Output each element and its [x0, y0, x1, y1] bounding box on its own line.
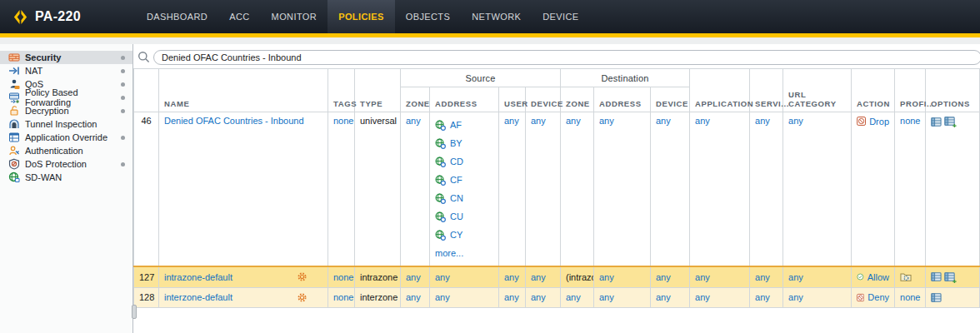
rule-log-icon[interactable] [931, 271, 942, 282]
rule-name-cell[interactable]: Denied OFAC Countries - Inbound [159, 112, 328, 267]
region-entry[interactable]: CN [435, 189, 493, 207]
col-options-header[interactable]: OPTIONS [926, 69, 980, 112]
rule-name-link[interactable]: intrazone-default [164, 272, 232, 282]
col-dst-device-header[interactable]: DEVICE [651, 87, 690, 112]
sidebar-item-sd-wan[interactable]: SD-WAN [0, 171, 132, 184]
nav-dashboard[interactable]: DASHBOARD [136, 0, 218, 33]
sidebar-item-nat[interactable]: NAT [0, 64, 132, 77]
gear-icon[interactable] [297, 271, 308, 282]
src-device-cell[interactable]: any [526, 112, 561, 267]
col-dst-address-header[interactable]: ADDRESS [594, 87, 651, 112]
nav-acc[interactable]: ACC [218, 0, 260, 33]
src-zone-cell[interactable]: any [401, 287, 430, 307]
nav-objects[interactable]: OBJECTS [395, 0, 462, 33]
src-address-cell[interactable]: any [430, 287, 499, 307]
rule-name-cell[interactable]: intrazone-default [159, 266, 328, 287]
tags-cell[interactable]: none [328, 287, 355, 307]
sidebar-item-tunnel-inspection[interactable]: Tunnel Inspection [0, 117, 132, 131]
tags-cell[interactable]: none [328, 266, 355, 287]
region-entry[interactable]: CY [435, 226, 493, 244]
region-entry[interactable]: AF [435, 116, 493, 134]
application-cell[interactable]: any [690, 287, 750, 307]
more-link[interactable]: more... [435, 248, 463, 258]
rule-name-cell[interactable]: interzone-default [159, 287, 328, 307]
dst-zone-cell[interactable]: any [561, 287, 594, 307]
sidebar-item-authentication[interactable]: Authentication [0, 144, 132, 157]
dst-device-cell[interactable]: any [651, 266, 690, 287]
url-category-cell[interactable]: any [783, 112, 852, 267]
rule-log-add-icon[interactable] [944, 116, 957, 127]
col-service-header[interactable]: SERVI... [750, 69, 783, 112]
type-cell[interactable]: interzone [355, 287, 401, 307]
application-cell[interactable]: any [690, 266, 750, 287]
col-profile-header[interactable]: PROFI... [895, 69, 926, 112]
rule-log-add-icon[interactable] [944, 271, 957, 283]
gear-icon[interactable] [297, 292, 308, 303]
dst-device-cell[interactable]: any [651, 287, 690, 307]
sidebar-item-security[interactable]: Security [0, 51, 132, 64]
service-cell[interactable]: any [750, 112, 783, 267]
col-action-header[interactable]: ACTION [852, 69, 895, 112]
sidebar-item-policy-based-forwarding[interactable]: Policy Based Forwarding [0, 91, 132, 104]
profile-cell[interactable]: none [895, 287, 926, 307]
src-address-cell[interactable]: AF BY CD CF [430, 112, 499, 267]
type-cell[interactable]: intrazone [355, 266, 401, 287]
url-category-cell[interactable]: any [783, 287, 852, 307]
action-cell[interactable]: Deny [852, 287, 895, 307]
src-device-cell[interactable]: any [526, 287, 561, 307]
search-input[interactable] [153, 50, 980, 65]
type-cell[interactable]: universal [355, 112, 401, 267]
sidebar-item-dos-protection[interactable]: DoS Protection [0, 157, 132, 171]
col-type-header[interactable]: TYPE [355, 69, 401, 112]
col-src-device-header[interactable]: DEVICE [526, 87, 561, 112]
src-zone-cell[interactable]: any [401, 266, 430, 287]
application-cell[interactable]: any [690, 112, 750, 267]
nav-monitor[interactable]: MONITOR [261, 0, 328, 33]
region-entry[interactable]: CF [435, 171, 493, 189]
src-device-cell[interactable]: any [526, 266, 561, 287]
service-cell[interactable]: any [750, 266, 783, 287]
sidebar-item-application-override[interactable]: Application Override [0, 131, 132, 144]
nav-network[interactable]: NETWORK [461, 0, 532, 33]
sidebar-resize-handle[interactable] [132, 305, 137, 319]
src-user-cell[interactable]: any [499, 287, 526, 307]
region-entry[interactable]: CD [435, 152, 493, 171]
nav-device[interactable]: DEVICE [532, 0, 589, 33]
options-cell[interactable] [926, 266, 980, 287]
tags-cell[interactable]: none [328, 112, 355, 267]
dst-address-cell[interactable]: any [594, 266, 651, 287]
col-tags-header[interactable]: TAGS [328, 69, 355, 112]
profile-cell[interactable]: none [895, 112, 926, 267]
col-dst-zone-header[interactable]: ZONE [561, 87, 594, 112]
src-user-cell[interactable]: any [499, 266, 526, 287]
col-src-user-header[interactable]: USER [499, 87, 526, 112]
nav-policies[interactable]: POLICIES [328, 0, 395, 33]
region-entry[interactable]: BY [435, 134, 493, 152]
rule-number[interactable]: 128 [134, 287, 159, 307]
col-src-address-header[interactable]: ADDRESS [430, 87, 499, 112]
action-cell[interactable]: Drop [852, 112, 895, 267]
col-rownum-header[interactable] [134, 69, 159, 112]
col-url-category-header[interactable]: URL CATEGORY [783, 69, 852, 112]
rule-name-link[interactable]: interzone-default [164, 292, 232, 302]
col-src-zone-header[interactable]: ZONE [401, 87, 430, 112]
src-address-cell[interactable]: any [430, 266, 499, 287]
dst-zone-cell[interactable]: (intrazo... [561, 266, 594, 287]
region-entry[interactable]: CU [435, 207, 493, 226]
dst-address-cell[interactable]: any [594, 287, 651, 307]
options-cell[interactable] [926, 112, 980, 267]
col-name-header[interactable]: NAME [159, 69, 328, 112]
rule-log-icon[interactable] [931, 117, 942, 127]
rule-name-link[interactable]: Denied OFAC Countries - Inbound [164, 116, 304, 126]
dst-device-cell[interactable]: any [651, 112, 690, 267]
service-cell[interactable]: any [750, 287, 783, 307]
action-cell[interactable]: Allow [852, 266, 895, 287]
profile-group-icon[interactable] [900, 271, 912, 282]
dst-zone-cell[interactable]: any [561, 112, 594, 267]
dst-address-cell[interactable]: any [594, 112, 651, 267]
rule-log-icon[interactable] [931, 292, 942, 303]
src-zone-cell[interactable]: any [401, 112, 430, 267]
options-cell[interactable] [926, 287, 980, 307]
col-application-header[interactable]: APPLICATION [690, 69, 750, 112]
url-category-cell[interactable]: any [783, 266, 852, 287]
